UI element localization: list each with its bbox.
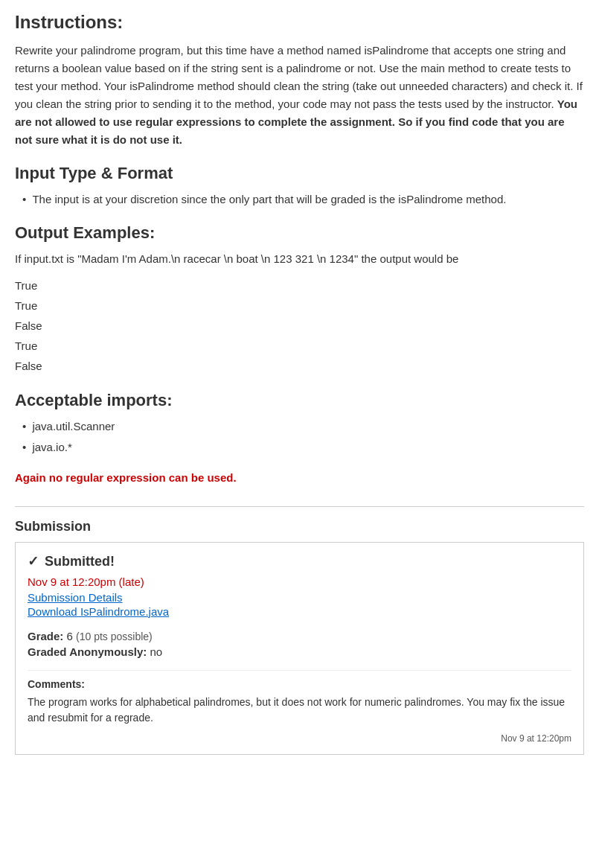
output-values-block: True True False True False xyxy=(15,275,584,376)
comments-section: Comments: The program works for alphabet… xyxy=(28,670,571,744)
output-title: Output Examples: xyxy=(15,223,584,243)
grade-section: Grade: 6 (10 pts possible) Graded Anonym… xyxy=(28,630,571,658)
submission-label: Submission xyxy=(15,519,584,534)
intro-paragraph: Rewrite your palindrome program, but thi… xyxy=(15,42,584,149)
submission-section: Submission ✓ Submitted! Nov 9 at 12:20pm… xyxy=(15,506,584,755)
grade-label: Grade: xyxy=(28,630,67,642)
instructions-title: Instructions: xyxy=(15,12,584,33)
comments-text: The program works for alphabetical palin… xyxy=(28,695,571,726)
output-value-4: True xyxy=(15,336,584,356)
import-item-1: java.util.Scanner xyxy=(22,418,584,435)
submitted-date: Nov 9 at 12:20pm (late) xyxy=(28,575,571,588)
input-bullet-list: The input is at your discretion since th… xyxy=(22,191,584,208)
imports-title: Acceptable imports: xyxy=(15,391,584,410)
intro-text-normal: Rewrite your palindrome program, but thi… xyxy=(15,44,583,110)
footer-timestamp: Nov 9 at 12:20pm xyxy=(28,733,571,744)
input-bullet-item: The input is at your discretion since th… xyxy=(22,191,584,208)
submitted-label: Submitted! xyxy=(45,554,115,569)
graded-anon-value-text: no xyxy=(150,645,162,658)
submitted-header: ✓ Submitted! xyxy=(28,553,571,569)
download-link[interactable]: Download IsPalindrome.java xyxy=(28,605,571,618)
grade-text: Grade: 6 (10 pts possible) xyxy=(28,630,571,642)
submission-box: ✓ Submitted! Nov 9 at 12:20pm (late) Sub… xyxy=(15,542,584,755)
comments-label: Comments: xyxy=(28,678,571,690)
imports-list: java.util.Scanner java.io.* xyxy=(22,418,584,456)
output-value-3: False xyxy=(15,316,584,336)
graded-anon-text: Graded Anonymously: no xyxy=(28,645,571,658)
input-type-title: Input Type & Format xyxy=(15,164,584,183)
checkmark-icon: ✓ xyxy=(28,553,39,569)
warning-text: Again no regular expression can be used. xyxy=(15,471,584,484)
import-item-2: java.io.* xyxy=(22,438,584,456)
imports-section: Acceptable imports: java.util.Scanner ja… xyxy=(15,391,584,456)
grade-value: 6 xyxy=(67,630,77,642)
output-value-5: False xyxy=(15,356,584,376)
grade-pts: (10 pts possible) xyxy=(76,631,153,642)
output-value-2: True xyxy=(15,296,584,316)
main-content: Instructions: Rewrite your palindrome pr… xyxy=(0,0,599,767)
graded-anon-label: Graded Anonymously: xyxy=(28,645,150,658)
submission-details-link[interactable]: Submission Details xyxy=(28,591,571,604)
output-example-text: If input.txt is "Madam I'm Adam.\n racec… xyxy=(15,250,584,268)
output-section: Output Examples: If input.txt is "Madam … xyxy=(15,223,584,376)
output-value-1: True xyxy=(15,275,584,296)
